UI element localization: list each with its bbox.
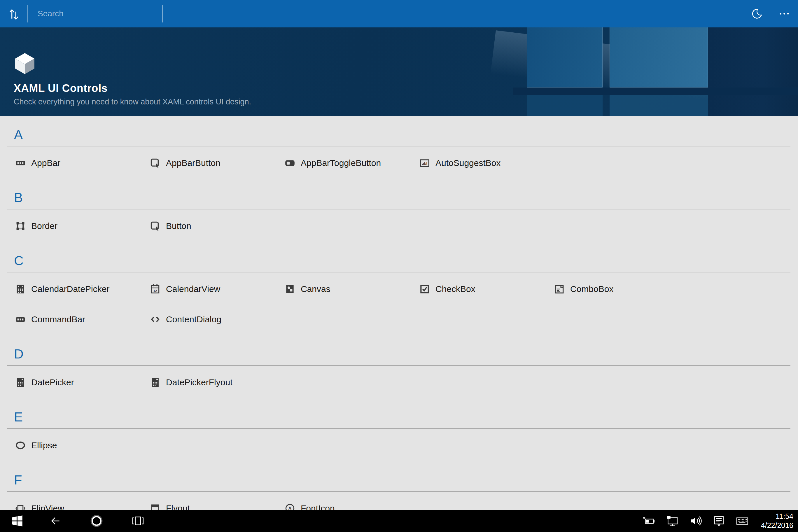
list-item-appbartogglebutton[interactable]: AppBarToggleButton — [284, 148, 419, 178]
controls-list: A AppBar AppBarButton AppBarToggleButton… — [0, 116, 798, 532]
section-letter[interactable]: C — [14, 251, 798, 270]
autosuggestbox-icon — [419, 157, 430, 169]
section-divider — [7, 365, 791, 366]
cortana-icon — [90, 514, 103, 528]
item-label: CalendarView — [166, 284, 220, 294]
list-item-button[interactable]: Button — [150, 211, 284, 241]
appbar-icon — [15, 157, 26, 169]
moon-icon — [751, 8, 763, 20]
section-b: B Border Button — [0, 179, 798, 242]
canvas-icon — [284, 284, 296, 294]
datepicker-icon — [15, 377, 26, 388]
sort-button[interactable] — [0, 0, 27, 27]
back-button[interactable] — [34, 510, 76, 532]
section-letter[interactable]: A — [14, 126, 798, 144]
item-label: ComboBox — [570, 284, 613, 294]
list-item-appbarbutton[interactable]: AppBarButton — [150, 148, 284, 178]
section-divider — [7, 146, 791, 147]
wallpaper-window-pane — [610, 27, 708, 88]
task-view-icon — [131, 514, 145, 528]
section-c: C CalendarDatePicker CalendarView Canvas… — [0, 242, 798, 336]
item-label: ContentDialog — [166, 315, 221, 324]
section-divider — [7, 428, 791, 429]
section-letter[interactable]: B — [14, 188, 798, 207]
item-label: Canvas — [301, 284, 330, 294]
border-icon — [15, 221, 26, 232]
ellipse-icon — [15, 440, 26, 451]
list-item-border[interactable]: Border — [15, 211, 150, 241]
topbar-divider — [162, 5, 163, 22]
button-icon — [150, 221, 161, 232]
item-label: Button — [166, 221, 191, 231]
action-center-icon[interactable] — [712, 514, 726, 528]
list-item-calendardatepicker[interactable]: CalendarDatePicker — [15, 274, 150, 304]
app-top-bar: Search — [0, 0, 798, 27]
battery-icon[interactable] — [642, 514, 656, 528]
list-item-canvas[interactable]: Canvas — [284, 274, 419, 304]
keyboard-icon[interactable] — [736, 514, 749, 528]
item-label: AppBar — [31, 158, 60, 168]
start-button[interactable] — [0, 510, 34, 532]
commandbar-icon — [15, 314, 26, 325]
item-label: AutoSuggestBox — [435, 158, 501, 168]
calendardatepicker-icon — [15, 284, 26, 294]
item-label: Border — [31, 221, 57, 231]
clock-time: 11:54 — [776, 512, 793, 521]
page-title: XAML UI Controls — [14, 82, 251, 95]
item-label: AppBarToggleButton — [301, 158, 381, 168]
hero-banner: XAML UI Controls Check everything you ne… — [0, 27, 798, 116]
list-item-contentdialog[interactable]: ContentDialog — [150, 304, 284, 335]
checkbox-icon — [419, 284, 430, 294]
wallpaper-reflection — [610, 95, 708, 116]
list-item-datepickerflyout[interactable]: DatePickerFlyout — [150, 367, 284, 398]
section-divider — [7, 491, 791, 492]
section-letter[interactable]: D — [14, 345, 798, 363]
section-letter[interactable]: F — [14, 471, 798, 489]
wallpaper-sill — [513, 88, 798, 95]
wallpaper-window-pane — [527, 27, 603, 88]
section-d: D DatePicker DatePickerFlyout — [0, 336, 798, 398]
item-label: Ellipse — [31, 440, 57, 450]
section-e: E Ellipse — [0, 398, 798, 461]
windows-taskbar: 11:54 4/22/2016 — [0, 510, 798, 532]
taskbar-clock[interactable]: 11:54 4/22/2016 — [759, 512, 793, 530]
list-item-autosuggestbox[interactable]: AutoSuggestBox — [419, 148, 554, 178]
list-item-combobox[interactable]: ComboBox — [554, 274, 689, 304]
back-arrow-icon — [49, 514, 62, 528]
system-tray: 11:54 4/22/2016 — [642, 512, 798, 530]
wallpaper-reflection — [527, 95, 603, 116]
list-item-checkbox[interactable]: CheckBox — [419, 274, 554, 304]
item-label: DatePicker — [31, 377, 74, 387]
theme-toggle-button[interactable] — [743, 0, 771, 27]
section-letter[interactable]: E — [14, 408, 798, 426]
hexagon-logo — [14, 53, 36, 74]
volume-icon[interactable] — [689, 514, 702, 528]
combobox-icon — [554, 284, 565, 294]
datepickerflyout-icon — [150, 377, 161, 388]
list-item-appbar[interactable]: AppBar — [15, 148, 150, 178]
list-item-datepicker[interactable]: DatePicker — [15, 367, 150, 398]
list-item-calendarview[interactable]: CalendarView — [150, 274, 284, 304]
cortana-button[interactable] — [76, 510, 117, 532]
sort-arrows-icon — [7, 7, 20, 20]
item-label: CommandBar — [31, 315, 85, 324]
item-label: AppBarButton — [166, 158, 221, 168]
network-icon[interactable] — [666, 514, 679, 528]
page-subtitle: Check everything you need to know about … — [14, 97, 251, 107]
list-item-commandbar[interactable]: CommandBar — [15, 304, 150, 335]
item-label: DatePickerFlyout — [166, 377, 232, 387]
list-item-ellipse[interactable]: Ellipse — [15, 430, 150, 460]
wallpaper-dark-column — [708, 27, 798, 116]
calendarview-icon — [150, 284, 161, 294]
appbarbutton-icon — [150, 157, 161, 169]
more-button[interactable] — [771, 0, 798, 27]
search-input[interactable]: Search — [28, 0, 162, 27]
task-view-button[interactable] — [117, 510, 159, 532]
item-label: CalendarDatePicker — [31, 284, 109, 294]
ellipsis-icon — [778, 8, 790, 20]
search-placeholder: Search — [38, 9, 63, 18]
section-divider — [7, 272, 791, 272]
section-a: A AppBar AppBarButton AppBarToggleButton… — [0, 116, 798, 179]
clock-date: 4/22/2016 — [761, 521, 793, 530]
appbartogglebutton-icon — [284, 157, 296, 169]
